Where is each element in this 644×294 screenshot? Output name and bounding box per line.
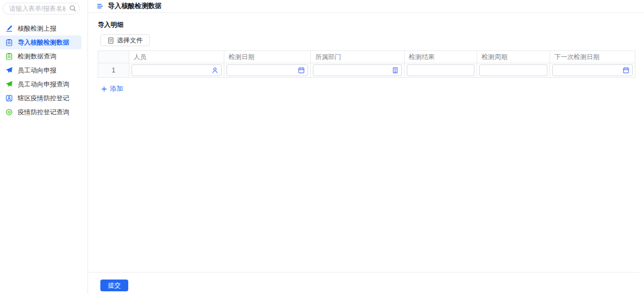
column-header-person: 人员 [129, 51, 224, 63]
add-row-button[interactable]: 添加 [101, 84, 123, 93]
sidebar-item-epidemic-register-query[interactable]: 疫情防控登记查询 [0, 105, 87, 119]
cell-test-cycle [477, 63, 550, 78]
send-icon [5, 80, 13, 88]
sidebar-menu: 核酸检测上报导入核酸检测数据检测数据查询员工动向申报员工动向申报查询辖区疫情防控… [0, 21, 87, 119]
row-number-header [98, 51, 129, 63]
sidebar-item-nucleic-test-report[interactable]: 核酸检测上报 [0, 21, 87, 35]
clipboard-icon [5, 53, 13, 60]
test-date-input[interactable] [226, 64, 308, 76]
sidebar-item-label: 辖区疫情防控登记 [18, 94, 69, 103]
section-label: 导入明细 [98, 20, 635, 30]
submit-button[interactable]: 提交 [100, 280, 128, 291]
sidebar-item-district-epidemic-register[interactable]: 辖区疫情防控登记 [0, 91, 87, 105]
edit-icon [5, 25, 13, 32]
sidebar-item-label: 核酸检测上报 [18, 24, 56, 33]
column-header-next-test-date: 下一次检测日期 [550, 51, 635, 63]
test-result-input[interactable] [407, 64, 475, 76]
cell-department [311, 63, 404, 78]
table-header-row: 人员检测日期所属部门检测结果检测周期下一次检测日期 [98, 51, 635, 63]
cell-test-result [404, 63, 477, 78]
add-row-label: 添加 [110, 84, 123, 93]
column-header-test-result: 检测结果 [404, 51, 477, 63]
cell-test-date [224, 63, 311, 78]
person-input[interactable] [131, 64, 222, 76]
import-detail-table: 人员检测日期所属部门检测结果检测周期下一次检测日期 1 [98, 50, 635, 78]
person-icon[interactable] [211, 67, 218, 74]
plus-icon [101, 86, 107, 92]
row-number: 1 [98, 63, 129, 78]
sidebar-item-label: 员工动向申报查询 [18, 80, 69, 89]
file-icon [107, 37, 114, 44]
send-icon [5, 67, 13, 74]
column-header-test-date: 检测日期 [224, 51, 311, 63]
id-badge-icon [5, 94, 13, 102]
calendar-icon[interactable] [298, 67, 305, 74]
test-cycle-input[interactable] [479, 64, 547, 76]
content-spacer [98, 93, 635, 272]
page-title: 导入核酸检测数据 [108, 2, 162, 11]
clipboard-icon [5, 39, 13, 46]
sidebar-item-label: 员工动向申报 [18, 66, 56, 75]
choose-file-label: 选择文件 [117, 36, 143, 45]
sidebar-item-label: 导入核酸检测数据 [18, 38, 69, 47]
next-test-date-input[interactable] [552, 64, 633, 76]
choose-file-button[interactable]: 选择文件 [100, 34, 150, 46]
sidebar: 核酸检测上报导入核酸检测数据检测数据查询员工动向申报员工动向申报查询辖区疫情防控… [0, 0, 88, 294]
page-header: 导入核酸检测数据 [88, 0, 644, 13]
form-content: 导入明细 选择文件 人员检测日期所属部门检测结果检测周期下一次检测日期 1 添加 [88, 13, 644, 294]
calendar-icon[interactable] [623, 67, 630, 74]
department-icon[interactable] [392, 67, 399, 74]
search-input[interactable] [3, 3, 80, 14]
column-header-department: 所属部门 [311, 51, 404, 63]
table-row: 1 [98, 63, 635, 78]
search-icon[interactable] [69, 5, 76, 12]
cell-next-test-date [550, 63, 635, 78]
sidebar-search [3, 3, 80, 14]
target-icon [5, 108, 13, 116]
list-icon[interactable] [97, 3, 104, 10]
sidebar-item-label: 检测数据查询 [18, 52, 56, 61]
sidebar-item-test-data-query[interactable]: 检测数据查询 [0, 49, 87, 63]
department-input[interactable] [313, 64, 401, 76]
main-panel: 导入核酸检测数据 导入明细 选择文件 人员检测日期所属部门检测结果检测周期下一次… [88, 0, 644, 294]
column-header-test-cycle: 检测周期 [477, 51, 550, 63]
submit-row: 提交 [98, 273, 635, 294]
sidebar-item-employee-movement-report[interactable]: 员工动向申报 [0, 63, 87, 77]
sidebar-item-label: 疫情防控登记查询 [18, 108, 69, 117]
cell-person [129, 63, 224, 78]
app-window: 核酸检测上报导入核酸检测数据检测数据查询员工动向申报员工动向申报查询辖区疫情防控… [0, 0, 644, 294]
sidebar-item-employee-movement-query[interactable]: 员工动向申报查询 [0, 77, 87, 91]
sidebar-item-import-nucleic-test-data[interactable]: 导入核酸检测数据 [0, 35, 82, 49]
